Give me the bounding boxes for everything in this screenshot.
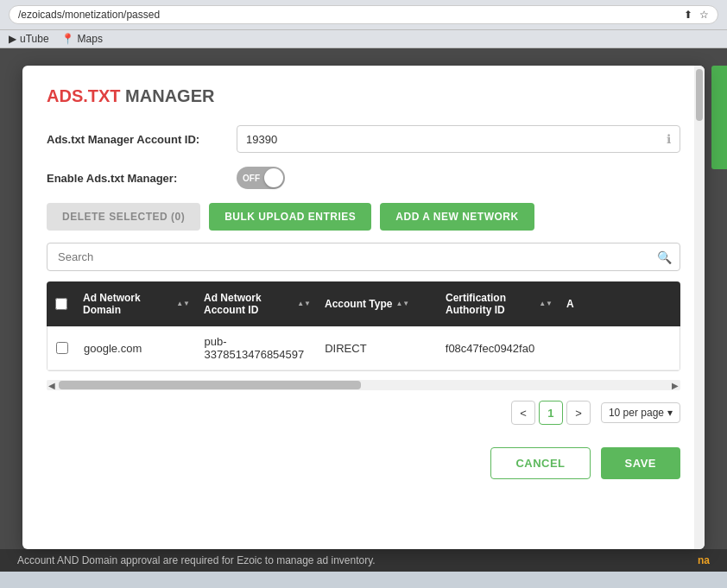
youtube-icon: ▶	[9, 33, 16, 45]
title-manager: MANAGER	[121, 86, 215, 105]
page-background: ADS.TXT MANAGER Ads.txt Manager Account …	[0, 48, 727, 549]
search-input[interactable]	[47, 243, 680, 271]
info-icon[interactable]: ℹ	[667, 132, 671, 146]
browser-chrome: /ezoicads/monetization/passed ⬆ ☆	[0, 0, 727, 30]
row-select-checkbox[interactable]	[56, 342, 68, 354]
th-account-id-label: Ad Network Account ID	[204, 292, 294, 316]
maps-icon: 📍	[61, 33, 74, 45]
delete-selected-button[interactable]: DELETE SELECTED (0)	[47, 203, 200, 231]
cancel-button[interactable]: CANCEL	[490, 447, 590, 479]
th-account-id: Ad Network Account ID ▲▼	[197, 281, 318, 326]
ads-txt-manager-modal: ADS.TXT MANAGER Ads.txt Manager Account …	[22, 66, 705, 549]
modal-scrollbar[interactable]	[694, 66, 705, 549]
bottom-bar-text: Account AND Domain approval are required…	[17, 554, 376, 566]
th-extra: A	[559, 288, 680, 320]
save-button[interactable]: SAVE	[601, 447, 680, 479]
add-new-network-button[interactable]: ADD A NEW NETWORK	[380, 203, 534, 231]
current-page-button[interactable]: 1	[539, 401, 563, 425]
side-green-bar	[711, 66, 727, 169]
bulk-upload-button[interactable]: BULK UPLOAD ENTRIES	[209, 203, 371, 231]
td-cert-authority: f08c47fec0942fa0	[439, 333, 559, 364]
enable-toggle-row: Enable Ads.txt Manager: OFF	[47, 167, 680, 189]
account-id-label: Ads.txt Manager Account ID:	[47, 133, 237, 146]
horizontal-scrollbar[interactable]: ◀ ▶	[47, 380, 680, 390]
sort-account-id-icon[interactable]: ▲▼	[297, 300, 311, 307]
table-row: google.com pub-3378513476854597 DIRECT f…	[47, 326, 680, 370]
bookmark-youtube-label: uTube	[20, 33, 49, 45]
h-scroll-thumb	[59, 381, 361, 389]
scrollbar-thumb	[696, 69, 703, 121]
table-header: Ad Network Domain ▲▼ Ad Network Account …	[47, 281, 680, 326]
select-all-checkbox[interactable]	[55, 298, 67, 310]
sort-cert-authority-icon[interactable]: ▲▼	[539, 300, 553, 307]
per-page-select[interactable]: 10 per page ▾	[601, 402, 680, 423]
per-page-chevron-icon: ▾	[667, 407, 673, 419]
browser-action-icons: ⬆ ☆	[684, 9, 709, 21]
bookmark-star-icon[interactable]: ☆	[699, 9, 709, 21]
enable-label: Enable Ads.txt Manager:	[47, 172, 237, 185]
modal-title: ADS.TXT MANAGER	[47, 86, 680, 106]
th-extra-label: A	[566, 298, 574, 310]
scroll-left-arrow[interactable]: ◀	[48, 380, 55, 390]
header-checkbox-cell[interactable]	[47, 288, 76, 320]
bookmark-maps-label: Maps	[78, 33, 103, 45]
bottom-bar: Account AND Domain approval are required…	[0, 549, 727, 572]
modal-overlay: ADS.TXT MANAGER Ads.txt Manager Account …	[22, 66, 705, 549]
sort-account-type-icon[interactable]: ▲▼	[395, 300, 409, 307]
account-id-value: 19390	[246, 133, 277, 146]
row-checkbox-cell[interactable]	[47, 332, 77, 364]
url-text: /ezoicads/monetization/passed	[18, 9, 160, 21]
th-domain: Ad Network Domain ▲▼	[76, 281, 197, 326]
td-extra	[559, 339, 680, 357]
toggle-label: OFF	[243, 174, 260, 183]
bookmarks-bar: ▶ uTube 📍 Maps	[0, 30, 727, 48]
prev-page-button[interactable]: <	[511, 401, 535, 425]
search-icon: 🔍	[657, 250, 672, 264]
th-domain-label: Ad Network Domain	[83, 292, 173, 316]
th-cert-authority: Certification Authority ID ▲▼	[439, 281, 559, 326]
next-page-button[interactable]: >	[566, 401, 591, 425]
toggle-container[interactable]: OFF	[237, 167, 285, 189]
pagination-bar: < 1 > 10 per page ▾	[47, 401, 680, 425]
td-domain: google.com	[77, 333, 198, 364]
network-table: Ad Network Domain ▲▼ Ad Network Account …	[47, 281, 680, 371]
address-bar[interactable]: /ezoicads/monetization/passed ⬆ ☆	[9, 5, 718, 24]
sort-domain-icon[interactable]: ▲▼	[176, 300, 190, 307]
scroll-right-arrow[interactable]: ▶	[672, 380, 679, 390]
toggle-knob	[264, 168, 283, 187]
th-account-type: Account Type ▲▼	[318, 288, 439, 320]
account-id-row: Ads.txt Manager Account ID: 19390 ℹ	[47, 125, 680, 153]
td-account-type: DIRECT	[318, 333, 439, 364]
modal-footer: CANCEL SAVE	[47, 439, 680, 479]
search-container: 🔍	[47, 243, 680, 271]
share-icon[interactable]: ⬆	[684, 9, 692, 21]
bottom-bar-right-text: na	[698, 554, 710, 566]
bookmark-youtube[interactable]: ▶ uTube	[9, 33, 49, 45]
per-page-label: 10 per page	[609, 407, 664, 419]
td-account-id: pub-3378513476854597	[198, 326, 319, 370]
th-cert-authority-label: Certification Authority ID	[446, 292, 535, 316]
account-id-input[interactable]: 19390 ℹ	[237, 125, 680, 153]
table-toolbar: DELETE SELECTED (0) BULK UPLOAD ENTRIES …	[47, 203, 680, 231]
th-account-type-label: Account Type	[325, 298, 392, 310]
table-body: google.com pub-3378513476854597 DIRECT f…	[47, 326, 680, 371]
enable-toggle[interactable]: OFF	[237, 167, 285, 189]
title-ads-txt: ADS.TXT	[47, 86, 121, 105]
bookmark-maps[interactable]: 📍 Maps	[61, 33, 103, 45]
